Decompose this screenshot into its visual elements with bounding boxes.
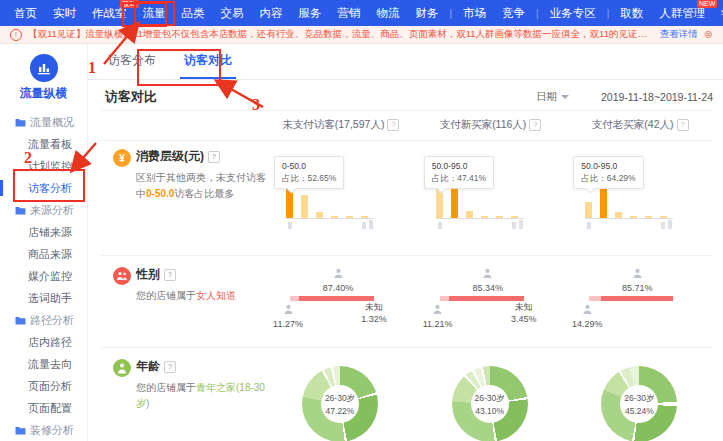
axis-tick xyxy=(288,222,292,229)
nav-divider: | xyxy=(447,8,456,19)
sidebar-item-商品来源[interactable]: 商品来源 xyxy=(0,243,87,265)
nav-item-交易[interactable]: 交易 xyxy=(213,2,252,25)
female-percent: 85.71% xyxy=(613,283,661,295)
nav-item-物流[interactable]: 物流 xyxy=(369,2,408,25)
sidebar-item-店内路径[interactable]: 店内路径 xyxy=(0,331,87,353)
section-age-title: 年龄 ? xyxy=(136,358,265,375)
female-percent: 87.40% xyxy=(314,283,362,295)
bar xyxy=(660,216,667,218)
sidebar-item-页面分析[interactable]: 页面分析 xyxy=(0,375,87,397)
section-age-info: 年龄 ? 您的店铺属于青年之家(18-30岁) xyxy=(113,358,265,411)
bar xyxy=(361,216,368,218)
donut-chart[interactable]: 26-30岁47.22% xyxy=(302,366,378,441)
sidebar-item-label: 路径分析 xyxy=(30,313,74,328)
desc-highlight: 女人知道 xyxy=(196,290,236,301)
date-label[interactable]: 日期 xyxy=(536,90,557,104)
traffic-logo-icon xyxy=(30,54,58,82)
nav-item-服务[interactable]: 服务 xyxy=(291,2,330,25)
bar xyxy=(451,187,458,218)
notice-detail-link[interactable]: 查看详情 xyxy=(660,28,698,41)
gender-group: 87.40%11.27%未知1.32% xyxy=(266,266,416,346)
section-age-desc: 您的店铺属于青年之家(18-30岁) xyxy=(136,380,266,411)
consume-bar-chart[interactable]: 50.0-95.0占比：64.29% xyxy=(565,148,715,260)
axis-tick xyxy=(519,220,523,229)
sidebar-item-流量看板[interactable]: 流量看板 xyxy=(0,133,87,155)
nav-item-竞争[interactable]: 竞争 xyxy=(494,2,533,25)
gender-bar xyxy=(290,296,374,301)
tab-访客分布[interactable]: 访客分布 xyxy=(104,43,160,79)
male-segment xyxy=(589,296,601,301)
nav-item-首页[interactable]: 首页 xyxy=(6,2,45,25)
donut-chart[interactable]: 26-30岁43.10% xyxy=(452,366,528,441)
consume-level-icon: ¥ xyxy=(113,149,131,167)
question-icon[interactable]: ? xyxy=(164,269,176,281)
sidebar-item-label: 访客分析 xyxy=(28,181,72,196)
chart-tooltip: 50.0-95.0占比：64.29% xyxy=(573,156,643,189)
sidebar-item-访客分析[interactable]: 访客分析 xyxy=(0,177,87,199)
donut-label: 26-30岁 xyxy=(624,393,654,405)
donut-chart[interactable]: 26-30岁45.24% xyxy=(601,366,677,441)
sidebar-item-计划监控[interactable]: 计划监控 xyxy=(0,155,87,177)
nav-divider: | xyxy=(533,8,542,19)
gender-group: 85.71%14.29% xyxy=(565,266,715,346)
nav-item-取数[interactable]: 取数 xyxy=(612,2,651,25)
desc-text: 访客占比最多 xyxy=(174,188,234,199)
unknown-percent: 3.45% xyxy=(504,314,544,326)
column-headers: 未支付访客(17,597人)?支付新买家(116人)?支付老买家(42人)? xyxy=(266,114,715,136)
desc-text: 您的店铺属于 xyxy=(136,290,196,301)
female-segment xyxy=(449,296,524,301)
donut-label: 26-30岁 xyxy=(475,393,505,405)
chart-tooltip: 50.0-95.0占比：47.41% xyxy=(424,156,494,189)
sidebar-item-流量去向[interactable]: 流量去向 xyxy=(0,353,87,375)
nav-item-作战室[interactable]: 作战室双11 xyxy=(84,2,135,25)
date-range-value[interactable]: 2019-11-18~2019-11-24 xyxy=(601,91,713,103)
sidebar-item-媒介监控[interactable]: 媒介监控 xyxy=(0,265,87,287)
product-name: 流量纵横 xyxy=(0,85,87,102)
nav-item-业务专区[interactable]: 业务专区 xyxy=(542,2,604,25)
bar xyxy=(481,216,488,218)
tooltip-value: 占比：52.65% xyxy=(282,172,336,184)
axis-tick xyxy=(369,220,373,229)
nav-item-人群管理[interactable]: 人群管理NEW xyxy=(651,2,713,25)
sidebar-item-label: 计划监控 xyxy=(28,159,72,174)
question-icon[interactable]: ? xyxy=(208,151,220,163)
top-nav-items: 首页实时作战室双11流量品类交易内容服务营销物流财务|市场竞争|业务专区|取数人… xyxy=(0,0,723,26)
male-stat: 11.21% xyxy=(418,304,458,330)
donut-value: 45.24% xyxy=(625,406,654,416)
bar-group xyxy=(585,186,673,219)
nav-item-品类[interactable]: 品类 xyxy=(174,2,213,25)
gender-charts: 87.40%11.27%未知1.32%85.34%11.21%未知3.45%85… xyxy=(266,266,715,348)
sidebar-item-路径分析[interactable]: 路径分析 xyxy=(0,309,87,331)
sidebar-item-装修分析[interactable]: 装修分析 xyxy=(0,419,87,441)
sidebar-item-页面配置[interactable]: 页面配置 xyxy=(0,397,87,419)
sidebar-item-label: 店铺来源 xyxy=(28,225,72,240)
close-icon[interactable]: ⊗ xyxy=(704,28,713,41)
female-stat: 87.40% xyxy=(314,268,362,294)
column-header-label: 未支付访客(17,597人) xyxy=(282,118,384,132)
sidebar-item-流量概况[interactable]: 流量概况 xyxy=(0,111,87,133)
nav-item-流量[interactable]: 流量 xyxy=(135,2,174,25)
female-percent: 85.34% xyxy=(464,283,512,295)
nav-item-营销[interactable]: 营销 xyxy=(330,2,369,25)
main-area: 访客分布访客对比 访客对比 日期 2019-11-18~2019-11-24 未… xyxy=(88,44,723,441)
male-icon xyxy=(567,304,607,319)
sidebar-item-选词助手[interactable]: 选词助手 xyxy=(0,287,87,309)
sidebar-item-来源分析[interactable]: 来源分析 xyxy=(0,199,87,221)
chevron-down-icon xyxy=(561,95,569,99)
donut-center: 26-30岁43.10% xyxy=(471,385,509,423)
male-segment xyxy=(290,296,299,301)
nav-item-财务[interactable]: 财务 xyxy=(408,2,447,25)
consume-bar-chart[interactable]: 50.0-95.0占比：47.41% xyxy=(416,148,566,260)
folder-icon xyxy=(15,316,26,325)
question-icon[interactable]: ? xyxy=(164,361,176,373)
sidebar-item-店铺来源[interactable]: 店铺来源 xyxy=(0,221,87,243)
nav-item-实时[interactable]: 实时 xyxy=(45,2,84,25)
bar xyxy=(466,211,473,218)
nav-item-市场[interactable]: 市场 xyxy=(455,2,494,25)
nav-item-内容[interactable]: 内容 xyxy=(252,2,291,25)
nav-item-学院[interactable]: 学院 xyxy=(713,2,723,25)
consume-bar-chart[interactable]: 0-50.0占比：52.65% xyxy=(266,148,416,260)
notice-bar: ! 【双11见证】流量纵横双11增量包不仅包含本店数据，还有行业、竞品数据，流量… xyxy=(0,26,723,44)
tab-访客对比[interactable]: 访客对比 xyxy=(180,43,236,79)
date-filter[interactable]: 日期 2019-11-18~2019-11-24 xyxy=(536,90,713,104)
